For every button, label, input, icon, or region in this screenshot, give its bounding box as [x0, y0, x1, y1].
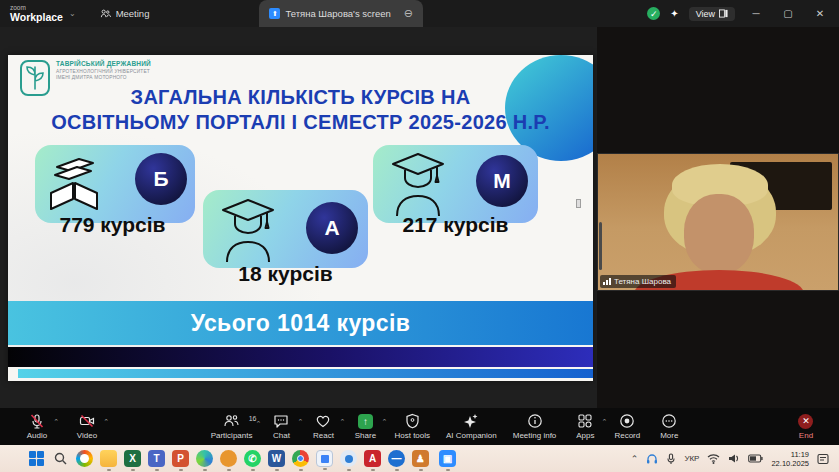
end-meeting-button[interactable]: ✕ End	[787, 414, 825, 440]
record-icon	[619, 413, 635, 429]
view-button-label: View	[696, 9, 715, 19]
chat-icon	[273, 413, 289, 429]
video-button[interactable]: Video ⌃	[68, 413, 106, 440]
bachelor-course-count: 779 курсів	[25, 213, 200, 237]
level-letter: А	[324, 216, 339, 240]
card-bachelor: Б	[35, 145, 195, 223]
copilot-icon[interactable]	[76, 450, 93, 467]
record-button-label: Record	[614, 431, 640, 440]
close-button[interactable]: ✕	[809, 8, 831, 19]
chevron-up-icon[interactable]: ⌃	[298, 418, 304, 426]
speaker-icon[interactable]	[728, 453, 740, 464]
chevron-up-icon[interactable]: ⌃	[103, 418, 109, 426]
participants-button[interactable]: Participants 16 ⌃	[205, 413, 259, 440]
brand-workplace-label: Workplace	[10, 12, 63, 23]
zoom-workplace-logo: zoom Workplace	[10, 5, 63, 22]
ai-companion-icon	[463, 413, 479, 429]
tab-meeting[interactable]: Meeting	[90, 0, 160, 27]
titlebar-controls: ✓ ✦ View ─ ▢ ✕	[647, 7, 839, 21]
participant-name-tag: Тетяна Шарова	[600, 275, 676, 288]
university-name-line2: АГРОТЕХНОЛОГІЧНИЙ УНІВЕРСИТЕТ	[56, 69, 151, 74]
participant-face	[684, 194, 754, 274]
notification-center-icon[interactable]	[817, 453, 829, 465]
university-name-line3: ІМЕНІ ДМИТРА МОТОРНОГО	[56, 75, 151, 80]
word-icon[interactable]: W	[268, 450, 285, 467]
card-postgraduate: А	[203, 190, 368, 268]
browser-profile-icon[interactable]	[340, 450, 357, 467]
chat-button[interactable]: Chat ⌃	[262, 413, 300, 440]
floppy-app-icon[interactable]	[316, 450, 333, 467]
apps-button[interactable]: Apps ⌃	[566, 413, 604, 440]
level-circle-master: М	[476, 155, 528, 207]
panel-scrollbar[interactable]	[599, 222, 602, 270]
decorative-cyan-strip	[18, 369, 593, 378]
share-button-label: Share	[355, 431, 376, 440]
ai-companion-button-label: AI Companion	[446, 431, 497, 440]
orange-app-icon[interactable]	[220, 450, 237, 467]
more-ellipsis-icon	[661, 413, 677, 429]
more-button[interactable]: More	[650, 413, 688, 440]
total-banner-label: Усього 1014 курсів	[191, 310, 411, 337]
host-tools-button-label: Host tools	[394, 431, 430, 440]
ai-companion-button[interactable]: AI Companion	[440, 413, 503, 440]
screen-share-icon: ⬆	[269, 8, 280, 19]
minimize-button[interactable]: ─	[745, 8, 767, 19]
headset-icon[interactable]	[646, 453, 658, 465]
graduate-icon	[217, 196, 279, 264]
meeting-toolbar: Audio ⌃ Video ⌃	[0, 408, 839, 445]
apps-grid-icon	[577, 413, 593, 429]
meeting-info-button[interactable]: Meeting info	[507, 413, 563, 440]
chevron-down-icon[interactable]: ⌄	[69, 9, 76, 18]
chevron-up-icon[interactable]: ⌃	[601, 418, 607, 426]
file-explorer-icon[interactable]	[100, 450, 117, 467]
chrome-icon[interactable]	[292, 450, 309, 467]
ai-sparkle-icon[interactable]: ✦	[670, 8, 678, 19]
chevron-up-icon[interactable]: ⌃	[340, 418, 346, 426]
teams-icon[interactable]: T	[148, 450, 165, 467]
battery-icon[interactable]	[748, 454, 763, 463]
tab-shared-screen[interactable]: ⬆ Тетяна Шарова's screen ⊖	[259, 0, 423, 27]
close-tab-icon[interactable]: ⊖	[404, 7, 413, 20]
view-button[interactable]: View	[689, 7, 735, 21]
chevron-up-icon[interactable]: ⌃	[53, 418, 59, 426]
host-tools-button[interactable]: Host tools	[388, 413, 436, 440]
whatsapp-icon[interactable]: ✆	[244, 450, 261, 467]
university-name: ТАВРІЙСЬКИЙ ДЕРЖАВНИЙ АГРОТЕХНОЛОГІЧНИЙ …	[56, 60, 151, 80]
share-button[interactable]: ↑ Share ⌃	[346, 413, 384, 440]
chevron-up-icon[interactable]: ⌃	[382, 418, 388, 426]
tray-microphone-icon[interactable]	[666, 453, 676, 465]
participant-video-tile[interactable]: Тетяна Шарова	[597, 153, 839, 291]
wifi-icon[interactable]	[707, 453, 720, 464]
taskbar-apps: X T P ✆ W A — ♟ ▣	[28, 450, 456, 467]
blue-app-icon[interactable]: —	[388, 450, 405, 467]
shield-icon	[405, 413, 420, 429]
acrobat-icon[interactable]: A	[364, 450, 381, 467]
camera-off-icon	[79, 413, 95, 429]
security-shield-icon[interactable]: ✓	[647, 7, 660, 20]
layout-icon	[719, 9, 728, 18]
react-button[interactable]: React ⌃	[304, 413, 342, 440]
chevron-up-icon[interactable]: ⌃	[256, 420, 262, 428]
text-cursor-marker	[576, 199, 581, 208]
graduate-icon	[387, 149, 449, 219]
tab-shared-screen-label: Тетяна Шарова's screen	[285, 8, 390, 19]
zoom-app-icon[interactable]: ▣	[439, 450, 456, 467]
audio-button[interactable]: Audio ⌃	[18, 413, 56, 440]
excel-icon[interactable]: X	[124, 450, 141, 467]
master-course-count: 217 курсів	[368, 213, 543, 237]
meeting-info-button-label: Meeting info	[513, 431, 557, 440]
window-titlebar: zoom Workplace ⌄ Meeting ⬆ Тетяна Шарова…	[0, 0, 839, 27]
edge-browser-icon[interactable]	[196, 450, 213, 467]
clock[interactable]: 11:19 22.10.2025	[771, 450, 809, 468]
tray-expand-icon[interactable]: ⌃	[631, 454, 639, 464]
start-button-icon[interactable]	[28, 450, 45, 467]
search-icon[interactable]	[52, 450, 69, 467]
more-button-label: More	[660, 431, 678, 440]
maximize-button[interactable]: ▢	[777, 8, 799, 19]
language-indicator[interactable]: УКР	[684, 454, 699, 463]
level-circle-postgraduate: А	[306, 202, 358, 254]
powerpoint-icon[interactable]: P	[172, 450, 189, 467]
record-button[interactable]: Record	[608, 413, 646, 440]
participants-icon	[223, 413, 240, 429]
person-app-icon[interactable]: ♟	[412, 450, 429, 467]
